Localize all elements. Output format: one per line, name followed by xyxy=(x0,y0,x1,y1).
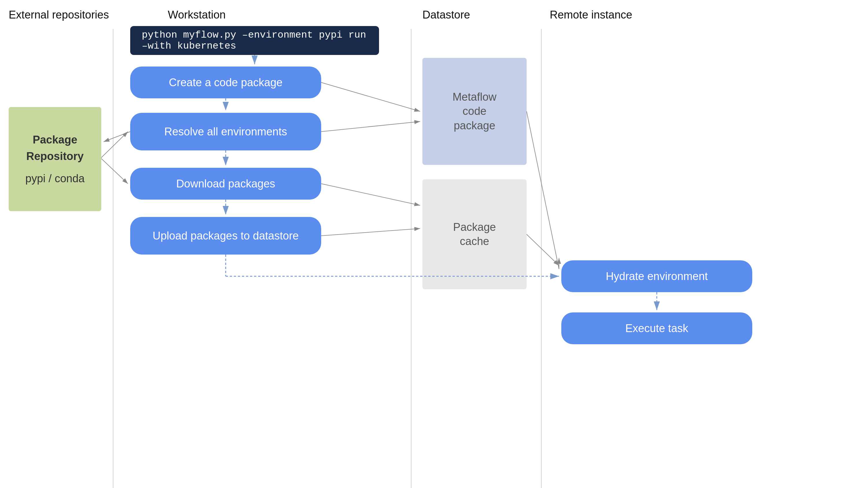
col-line-1 xyxy=(113,29,114,488)
svg-line-10 xyxy=(101,132,128,158)
upload-packages-box: Upload packages to datastore xyxy=(130,217,321,255)
package-cache-box: Package cache xyxy=(423,180,527,289)
svg-line-9 xyxy=(321,122,420,132)
col-header-remote: Remote instance xyxy=(550,9,632,21)
col-header-external: External repositories xyxy=(9,9,109,21)
execute-task-box: Execute task xyxy=(561,313,752,344)
command-box: python myflow.py –environment pypi run –… xyxy=(130,26,379,55)
svg-line-13 xyxy=(321,229,420,236)
svg-line-14 xyxy=(527,111,559,269)
svg-line-18 xyxy=(101,159,128,184)
resolve-environments-box: Resolve all environments xyxy=(130,113,321,151)
svg-line-8 xyxy=(321,83,420,111)
hydrate-environment-box: Hydrate environment xyxy=(561,260,752,292)
col-line-3 xyxy=(541,29,541,488)
svg-line-12 xyxy=(321,184,420,205)
col-header-datastore: Datastore xyxy=(423,9,470,21)
svg-line-11 xyxy=(103,132,130,142)
download-packages-box: Download packages xyxy=(130,168,321,200)
repo-box: Package Repository pypi / conda xyxy=(9,107,101,211)
repo-subtitle: pypi / conda xyxy=(26,170,85,187)
diagram-container: External repositories Workstation Datast… xyxy=(0,0,868,488)
create-package-box: Create a code package xyxy=(130,67,321,98)
col-header-workstation: Workstation xyxy=(168,9,226,21)
repo-title: Package Repository xyxy=(26,132,85,165)
metaflow-code-box: Metaflow code package xyxy=(423,58,527,165)
col-line-2 xyxy=(411,29,411,488)
svg-line-16 xyxy=(527,234,559,265)
